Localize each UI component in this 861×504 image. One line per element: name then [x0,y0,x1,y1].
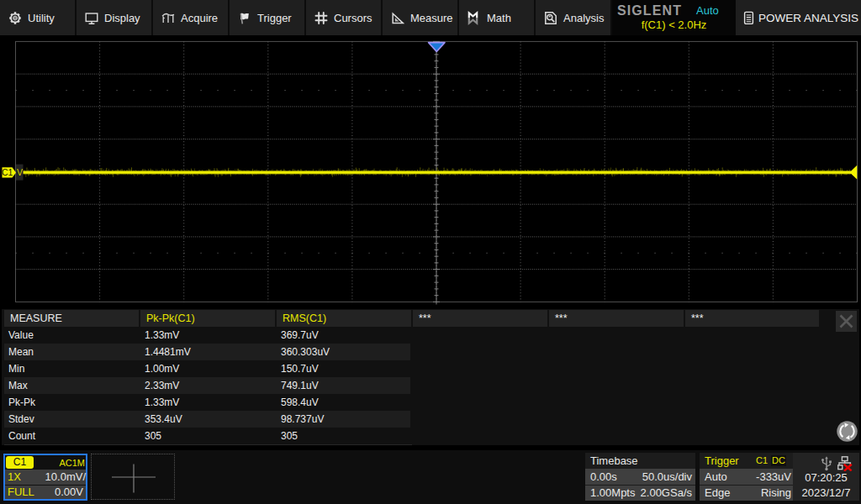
svg-text:C1: C1 [2,167,13,177]
svg-text:V: V [17,167,23,177]
